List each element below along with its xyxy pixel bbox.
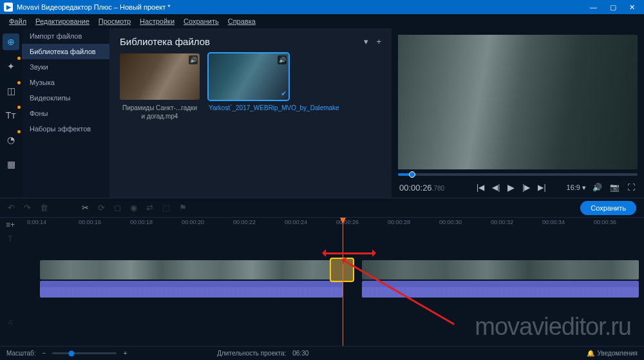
zoom-slider[interactable]	[52, 352, 117, 354]
redo-button[interactable]: ↷	[24, 203, 31, 213]
ruler-tick: 00:00:22	[233, 219, 256, 225]
media-thumb[interactable]: 🔊 Пирамиды Санкт-...гадки и догад.mp4	[120, 53, 200, 120]
zoom-out-button[interactable]: −	[43, 350, 46, 357]
add-icon[interactable]: +	[376, 37, 381, 46]
menu-settings[interactable]: Настройки	[136, 16, 178, 26]
menu-help[interactable]: Справка	[224, 16, 260, 26]
volume-icon[interactable]: 🔊	[591, 183, 603, 192]
crop-button[interactable]: ◻	[114, 203, 121, 213]
aspect-select[interactable]: 16:9 ▾	[567, 184, 586, 192]
ruler-tick: 00:00:32	[491, 219, 513, 225]
fullscreen-icon[interactable]: ⛶	[626, 183, 636, 192]
tool-iconbar: ⊕ ✦ ◫ Tᴛ ◔ ▦	[0, 28, 22, 198]
timeline-ruler[interactable]: 0:00:14 00:00:16 00:00:18 00:00:20 00:00…	[21, 218, 644, 231]
stickers-tab-icon[interactable]: ◔	[3, 131, 19, 148]
audio-clip[interactable]	[40, 281, 343, 298]
preview-panel: ? 00:00:26.780 |◀ ◀| ▶ |▶ ▶| 16:9 ▾ 🔊 📷 …	[392, 28, 644, 198]
sidebar-item-music[interactable]: Музыка	[22, 75, 109, 90]
snapshot-icon[interactable]: 📷	[609, 183, 621, 192]
sidebar-item-backgrounds[interactable]: Фоны	[22, 106, 109, 121]
rotate-button[interactable]: ⟳	[98, 203, 105, 213]
prev-clip-button[interactable]: |◀	[475, 183, 486, 192]
seek-knob[interactable]	[409, 171, 415, 178]
sidebar-item-videoclips[interactable]: Видеоклипы	[22, 90, 109, 106]
ruler-tick: 00:00:30	[439, 219, 462, 225]
zoom-label: Масштаб:	[6, 350, 36, 357]
transition-button[interactable]: ⇄	[146, 203, 153, 213]
ruler-tick: 00:00:16	[79, 219, 101, 225]
cut-button[interactable]: ✂	[82, 203, 89, 213]
sidebar-item-effects[interactable]: Наборы эффектов	[22, 121, 109, 137]
sidebar-item-import[interactable]: Импорт файлов	[22, 28, 109, 44]
timeline-toolbar: ↶ ↷ 🗑 ✂ ⟳ ◻ ◉ ⇄ ⬚ ⚑ Сохранить	[0, 198, 644, 217]
audio-badge-icon: 🔊	[189, 55, 198, 64]
ruler-tick: 00:00:34	[542, 219, 565, 225]
menu-file[interactable]: Файл	[5, 16, 30, 26]
more-tab-icon[interactable]: ▦	[3, 156, 19, 173]
preview-seekbar[interactable]	[398, 173, 638, 176]
menu-view[interactable]: Просмотр	[95, 16, 135, 26]
ruler-tick: 0:00:14	[27, 219, 46, 225]
window-title: Movavi Видеоредактор Плюс – Новый проект…	[17, 3, 171, 11]
transitions-tab-icon[interactable]: ◫	[3, 82, 19, 99]
next-clip-button[interactable]: ▶|	[536, 183, 547, 192]
preview-viewport[interactable]	[398, 35, 638, 169]
menu-edit[interactable]: Редактирование	[32, 16, 93, 26]
ruler-tick: 00:00:18	[130, 219, 153, 225]
step-fwd-button[interactable]: |▶	[521, 183, 531, 192]
video-clip[interactable]	[40, 260, 343, 279]
audio-badge-icon: 🔊	[278, 55, 287, 64]
delete-button[interactable]: 🗑	[40, 203, 48, 213]
sidebar: Импорт файлов Библиотека файлов Звуки Му…	[22, 28, 109, 198]
chevron-down-icon: ▾	[582, 184, 586, 192]
wizard-button[interactable]: ⬚	[162, 203, 170, 213]
bell-icon: 🔔	[587, 350, 594, 357]
import-tab-icon[interactable]: ⊕	[3, 33, 19, 50]
filter-icon[interactable]: ▾	[364, 37, 368, 46]
library-title: Библиотека файлов	[120, 36, 210, 47]
app-icon: ▶	[4, 3, 13, 12]
thumb-caption: Пирамиды Санкт-...гадки и догад.mp4	[120, 104, 200, 120]
marker-button[interactable]: ⚑	[179, 203, 187, 213]
thumb-caption: Yarkost`_2017_WEBRip_MVO_by_Dalemake	[209, 104, 289, 112]
preview-time: 00:00:26.780	[399, 183, 444, 193]
close-button[interactable]: ✕	[629, 3, 635, 12]
ruler-tick: 00:00:24	[285, 219, 307, 225]
statusbar: Масштаб: − + Длительность проекта: 06:30…	[0, 346, 644, 360]
text-track-icon: T	[8, 234, 12, 243]
sidebar-item-library[interactable]: Библиотека файлов	[22, 44, 109, 59]
zoom-in-button[interactable]: +	[123, 350, 127, 357]
add-track-button[interactable]: ≡+	[6, 220, 15, 229]
menubar: Файл Редактирование Просмотр Настройки С…	[0, 14, 644, 28]
titles-tab-icon[interactable]: Tᴛ	[3, 107, 19, 124]
titlebar: ▶ Movavi Видеоредактор Плюс – Новый прое…	[0, 0, 644, 14]
ruler-tick: 00:00:20	[182, 219, 204, 225]
duration-label: Длительность проекта:	[217, 350, 286, 357]
music-track-icon: ♫	[8, 317, 14, 327]
ruler-tick: 00:00:36	[594, 219, 616, 225]
menu-save[interactable]: Сохранить	[180, 16, 223, 26]
play-button[interactable]: ▶	[506, 182, 516, 193]
media-thumb[interactable]: 🔊✔ Yarkost`_2017_WEBRip_MVO_by_Dalemake	[209, 53, 289, 120]
undo-button[interactable]: ↶	[8, 203, 15, 213]
minimize-button[interactable]: —	[590, 3, 597, 12]
filters-tab-icon[interactable]: ✦	[3, 58, 19, 75]
maximize-button[interactable]: ▢	[610, 3, 616, 12]
ruler-tick: 00:00:28	[388, 219, 410, 225]
notifications-button[interactable]: 🔔 Уведомления	[587, 350, 638, 357]
timeline: ≡+ T ♫ 0:00:14 00:00:16 00:00:18 00:00:2…	[0, 217, 644, 346]
step-back-button[interactable]: ◀|	[491, 183, 501, 192]
video-clip[interactable]	[362, 260, 639, 279]
playhead[interactable]	[343, 218, 343, 346]
save-button[interactable]: Сохранить	[580, 201, 636, 215]
selected-check-icon: ✔	[281, 90, 287, 98]
duration-value: 06:30	[292, 350, 308, 357]
color-button[interactable]: ◉	[130, 203, 137, 213]
sidebar-item-sounds[interactable]: Звуки	[22, 59, 109, 75]
library-panel: Библиотека файлов ▾ + 🔊 Пирамиды Санкт-.…	[109, 28, 392, 198]
ruler-tick: 00:00:26	[336, 219, 359, 225]
